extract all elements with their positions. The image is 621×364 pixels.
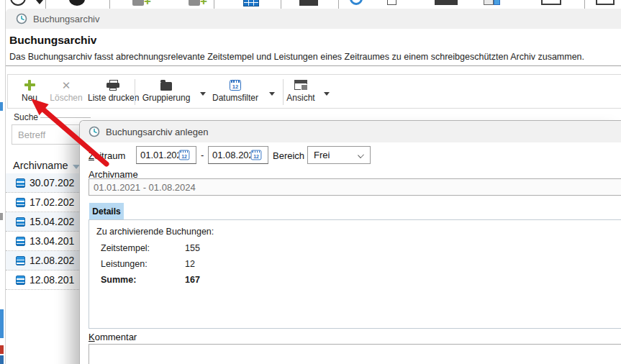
archive-icon — [16, 237, 25, 246]
date-from-field[interactable]: 12 — [136, 146, 196, 164]
workspace-tab-label: Buchungsarchiv — [33, 14, 100, 24]
main-icon-toolbar: + + — [6, 0, 621, 9]
page-title: Buchungsarchiv — [9, 34, 96, 47]
folder-icon — [160, 82, 172, 91]
archive-icon — [16, 256, 25, 265]
zeitraum-label: Zeitraum — [89, 150, 125, 161]
archive-icon — [16, 276, 25, 285]
gruppierung-dropdown-chevron-icon[interactable] — [200, 92, 206, 96]
action-toolbar: Neu ✕ Löschen Liste drucken Gruppierung … — [7, 74, 621, 109]
page-description: Das Buchungsarchiv fasst abrechnungsrele… — [9, 52, 584, 62]
list-item[interactable]: 30.07.202 — [6, 173, 81, 193]
search-group-border — [40, 117, 91, 118]
application-window: + + Buchungsarchiv Buchungsarchiv Das Bu… — [0, 0, 621, 364]
cutoff-blue-icon — [0, 102, 3, 111]
loeschen-button[interactable]: ✕ Löschen — [48, 78, 84, 106]
separator-line — [6, 65, 621, 66]
chevron-down-icon — [358, 152, 364, 158]
dropdown-caret-icon[interactable] — [36, 0, 43, 4]
date-to-field[interactable]: 12 — [208, 146, 268, 164]
ansicht-dropdown-chevron-icon[interactable] — [324, 92, 330, 96]
details-heading: Zu archivierende Buchungen: — [96, 227, 214, 237]
search-group-label: Suche — [14, 112, 38, 122]
liste-drucken-button[interactable]: Liste drucken — [88, 78, 138, 106]
calendar-icon[interactable]: 12 — [179, 150, 190, 160]
archivname-column-header[interactable]: Archivname — [13, 160, 68, 171]
refresh-icon[interactable] — [350, 0, 363, 5]
ansicht-button[interactable]: Ansicht — [282, 78, 319, 106]
clock-icon[interactable] — [10, 0, 26, 6]
monitor-icon[interactable] — [596, 0, 615, 5]
workspace-tab-buchungsarchiv[interactable]: Buchungsarchiv — [6, 9, 621, 29]
plus-icon — [24, 80, 35, 91]
document-icon[interactable] — [387, 0, 396, 5]
bereich-select[interactable]: Frei — [307, 146, 371, 164]
kommentar-label: Kommentar — [89, 332, 137, 342]
device-icon[interactable] — [435, 0, 458, 5]
list-item[interactable]: 13.04.201 — [6, 232, 81, 251]
date-from-input[interactable] — [137, 150, 178, 160]
printer-icon[interactable] — [299, 0, 318, 6]
add-item-icon[interactable] — [189, 0, 200, 6]
archive-icon — [16, 217, 25, 227]
neu-button[interactable]: Neu — [14, 78, 45, 106]
calendar-icon[interactable]: 12 — [251, 150, 262, 160]
add-contact-icon[interactable] — [132, 0, 144, 6]
copy-icon[interactable] — [484, 0, 494, 5]
date-range-dash: - — [201, 150, 204, 160]
clock-icon — [16, 13, 27, 27]
list-item[interactable]: 12.08.201 — [6, 270, 81, 290]
list-item[interactable]: 12.08.202 — [6, 251, 81, 270]
cutoff-blue-icon-2 — [0, 355, 4, 364]
kommentar-textarea[interactable] — [89, 344, 621, 364]
datumsfilter-dropdown-chevron-icon[interactable] — [269, 92, 275, 96]
dialog-titlebar[interactable]: Buchungsarchiv anlegen — [80, 121, 621, 142]
printer-icon — [106, 80, 119, 91]
window-icon[interactable] — [541, 0, 561, 5]
cutoff-red-icon — [0, 345, 4, 354]
list-item[interactable]: 15.04.202 — [6, 212, 81, 232]
buchungsarchiv-anlegen-dialog: Buchungsarchiv anlegen Zeitraum 12 - 12 … — [79, 120, 621, 364]
dialog-title: Buchungsarchiv anlegen — [106, 127, 208, 137]
date-to-input[interactable] — [209, 150, 250, 160]
bereich-label: Bereich — [273, 150, 304, 161]
contact-icon[interactable] — [69, 0, 85, 6]
calendar-icon: 12 — [230, 80, 241, 91]
left-edge-panel — [0, 0, 6, 364]
archive-list: 30.07.202 17.02.202 15.04.202 13.04.201 … — [6, 173, 81, 290]
details-panel: Zu archivierende Buchungen: Zeitstempel:… — [89, 219, 621, 329]
x-icon: ✕ — [62, 80, 71, 91]
toolbar-separator — [135, 79, 135, 105]
archivname-field[interactable]: 01.01.2021 - 01.08.2024 — [89, 178, 621, 196]
cutoff-gray-icon — [0, 213, 3, 220]
grid-view-icon — [294, 80, 307, 90]
table-icon[interactable] — [243, 0, 259, 6]
clock-icon — [89, 126, 100, 140]
cutoff-blue-bar-icon — [0, 309, 4, 338]
tab-details[interactable]: Details — [89, 203, 124, 219]
archive-icon — [16, 178, 25, 188]
datumsfilter-button[interactable]: 12 Datumsfilter — [207, 78, 264, 106]
list-item[interactable]: 17.02.202 — [6, 193, 81, 212]
gruppierung-button[interactable]: Gruppierung — [139, 78, 194, 106]
archive-icon — [16, 198, 25, 207]
